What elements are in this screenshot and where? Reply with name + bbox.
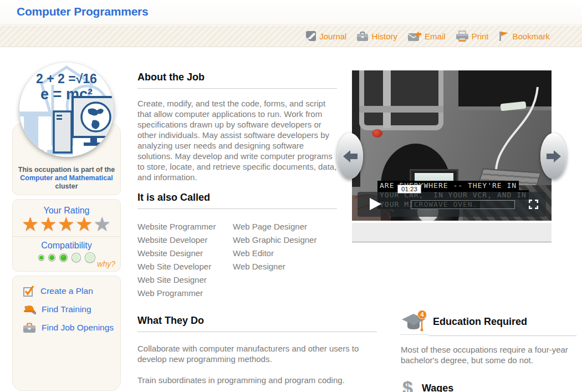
what-they-do-heading: What They Do — [137, 315, 377, 327]
find-job-openings-link[interactable]: Find Job Openings — [23, 318, 116, 337]
star-icon[interactable]: ★ — [39, 213, 57, 235]
heading-rule — [137, 88, 337, 89]
compatibility-dot — [72, 253, 81, 262]
video-player[interactable]: ARE EVERYWHERE -- THEY'RE IN YOUR CAR, I… — [352, 70, 552, 221]
alias-item: Web Programmer — [137, 287, 233, 300]
what-they-do-section: What They Do Collaborate with computer m… — [137, 315, 377, 385]
print-icon — [456, 30, 469, 42]
cluster-text: This occupation is part of the Computer … — [17, 166, 116, 191]
alias-item: Web Page Designer — [233, 220, 316, 233]
fullscreen-button[interactable] — [529, 200, 538, 209]
previous-video-button[interactable] — [337, 133, 363, 179]
header: Computer Programmers — [0, 0, 582, 25]
alias-item: Web Designer — [233, 260, 316, 273]
alias-item: Web Site Developer — [137, 260, 233, 273]
print-label: Print — [472, 32, 489, 41]
cluster-link[interactable]: Computer and Mathematical — [20, 174, 113, 182]
alias-item: Website Developer — [137, 233, 233, 247]
star-icon[interactable]: ★ — [58, 213, 75, 235]
about-heading: About the Job — [137, 72, 337, 83]
alias-column-1: Website Programmer Website Developer Web… — [137, 220, 233, 300]
why-link[interactable]: why? — [97, 259, 115, 268]
career-profile-page: Computer Programmers Journal History — [0, 0, 582, 392]
cluster-prefix: This occupation is part of the — [18, 166, 115, 174]
video-caption-strip — [352, 223, 552, 243]
time-tooltip: 01:23 — [397, 185, 421, 194]
wages-heading: Wages — [422, 383, 453, 392]
journal-button[interactable]: Journal — [305, 30, 346, 42]
bookmark-button[interactable]: Bookmark — [498, 30, 550, 42]
rating-card: Your Rating ★★★★★ Compatibility why? — [12, 199, 121, 272]
alias-item: Website Programmer — [137, 220, 233, 233]
history-label: History — [371, 32, 397, 41]
bookmark-icon — [498, 30, 509, 42]
divider — [13, 236, 120, 237]
next-video-button[interactable] — [540, 133, 566, 179]
toolbar: Journal History Email — [0, 26, 582, 47]
arrow-right-icon — [545, 149, 562, 164]
heading-rule — [137, 208, 337, 209]
video-control-bar: 01:23 — [358, 192, 546, 217]
about-body: Create, modify, and test the code, forms… — [137, 98, 337, 182]
computer-globe-art — [19, 63, 114, 157]
heading-rule — [137, 332, 377, 332]
what-they-do-paragraph: Collaborate with computer manufacturers … — [137, 343, 377, 364]
about-the-job-section: About the Job Create, modify, and test t… — [137, 72, 337, 182]
cluster-suffix: cluster — [55, 182, 78, 190]
alias-item: Web Editor — [233, 247, 316, 260]
rating-stars: ★★★★★ — [13, 214, 120, 234]
wages-header: $ Wages — [401, 378, 576, 392]
star-icon[interactable]: ★ — [75, 213, 93, 235]
education-heading: Education Required — [433, 316, 527, 328]
education-header: 4 Education Required — [401, 310, 576, 336]
page-title: Computer Programmers — [17, 5, 149, 18]
alias-column-2: Web Page Designer Web Graphic Designer W… — [233, 220, 316, 300]
email-label: Email — [425, 32, 446, 41]
email-button[interactable]: Email — [407, 31, 446, 42]
education-section: 4 Education Required Most of these occup… — [401, 310, 576, 392]
graduation-cap-icon: 4 — [401, 312, 428, 335]
compatibility-dot — [38, 254, 44, 261]
journal-icon — [305, 30, 316, 42]
compatibility-label[interactable]: Compatibility — [13, 241, 120, 251]
alias-item: Web Graphic Designer — [233, 233, 316, 247]
star-icon[interactable]: ★ — [22, 213, 39, 235]
find-job-openings-label: Find Job Openings — [42, 323, 114, 333]
checkbox-icon — [23, 285, 35, 297]
alias-item: Website Designer — [137, 247, 233, 260]
video-frame: ARE EVERYWHERE -- THEY'RE IN YOUR CAR, I… — [352, 70, 552, 221]
bookmark-label: Bookmark — [512, 32, 550, 41]
education-level-badge: 4 — [417, 310, 427, 319]
compatibility-dot — [85, 252, 95, 263]
also-called-heading: It is also Called — [137, 192, 337, 203]
find-training-label: Find Training — [42, 304, 91, 314]
create-a-plan-label: Create a Plan — [40, 286, 93, 296]
compatibility-dot — [59, 253, 68, 262]
actions-card: Create a Plan Find Training Find Job Ope… — [12, 276, 121, 391]
journal-label: Journal — [319, 32, 346, 41]
star-icon[interactable]: ★ — [94, 213, 111, 235]
compatibility-dot — [48, 254, 55, 261]
progress-bar[interactable] — [411, 200, 515, 209]
email-icon — [407, 31, 422, 42]
alias-columns: Website Programmer Website Developer Web… — [137, 220, 337, 300]
history-button[interactable]: History — [356, 31, 397, 42]
arrow-left-icon — [342, 149, 359, 164]
heading-rule — [428, 335, 576, 336]
play-button[interactable] — [370, 198, 381, 210]
career-cluster-badge: π 2 + 2 =√16 e = mc² — [19, 63, 114, 157]
hardhat-icon — [23, 303, 36, 315]
what-they-do-paragraph: Train subordinates in programming and pr… — [137, 375, 377, 385]
briefcase-icon — [23, 322, 36, 333]
create-a-plan-link[interactable]: Create a Plan — [23, 282, 116, 300]
find-training-link[interactable]: Find Training — [23, 300, 116, 318]
actions-list: Create a Plan Find Training Find Job Ope… — [23, 282, 116, 337]
dollar-icon: $ — [402, 377, 413, 392]
also-called-section: It is also Called Website Programmer Web… — [137, 192, 337, 300]
history-icon — [356, 31, 369, 42]
education-body: Most of these occupations require a four… — [401, 344, 576, 365]
print-button[interactable]: Print — [456, 30, 489, 42]
alias-item: Web Site Designer — [137, 273, 233, 287]
